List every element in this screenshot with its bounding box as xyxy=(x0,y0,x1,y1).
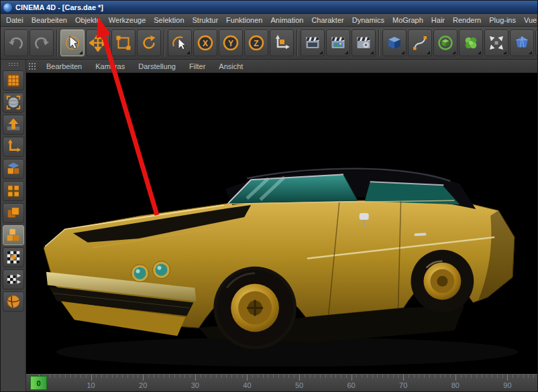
add-deformer-button[interactable] xyxy=(484,29,508,56)
texture-paint-mode-button[interactable] xyxy=(3,247,24,267)
x-axis-icon: X xyxy=(197,34,214,52)
texture-mode-button[interactable] xyxy=(3,115,24,135)
y-axis-icon: Y xyxy=(222,34,239,52)
polygons-mode-button[interactable] xyxy=(3,225,24,245)
add-scene-object-button[interactable] xyxy=(510,29,534,56)
gem-icon xyxy=(513,34,531,52)
render-view-button[interactable] xyxy=(301,29,325,56)
workplane-mode-button[interactable] xyxy=(3,159,24,179)
cube-icon xyxy=(386,34,403,52)
viewport-menu-bar: Bearbeiten Kameras Darstellung Filter An… xyxy=(26,60,537,73)
menu-item-werkzeuge[interactable]: Werkzeuge xyxy=(105,14,150,27)
toolbar-button-clipped[interactable] xyxy=(535,29,537,56)
object-axis-mode-button[interactable] xyxy=(3,137,24,157)
z-axis-icon: Z xyxy=(248,34,265,52)
crossed-arrows-icon xyxy=(488,34,505,52)
menu-item-hair[interactable]: Hair xyxy=(427,14,449,27)
add-generator-button[interactable] xyxy=(433,29,458,56)
points-mode-button[interactable] xyxy=(3,181,24,201)
viewport-grip-handle[interactable] xyxy=(28,62,37,70)
menu-item-objekte[interactable]: Objekte xyxy=(71,14,105,27)
add-spline-button[interactable] xyxy=(408,29,432,56)
current-frame-marker[interactable]: 0 xyxy=(30,376,47,390)
cinema4d-window: CINEMA 4D - [Cars.dae *] Datei Bearbeite… xyxy=(0,0,538,392)
axis-corner-icon xyxy=(5,139,21,155)
edit-render-settings-button[interactable] xyxy=(352,29,376,56)
generator-icon xyxy=(437,34,454,52)
toolbar-separator xyxy=(55,29,59,56)
viewport-menu-filter[interactable]: Filter xyxy=(182,62,212,70)
live-selection-button[interactable] xyxy=(60,29,85,56)
menu-item-selektion[interactable]: Selektion xyxy=(150,14,188,27)
viewport-menu-darstellung[interactable]: Darstellung xyxy=(131,62,182,70)
spline-icon xyxy=(411,34,429,52)
undo-button[interactable] xyxy=(4,29,28,56)
menu-item-charakter[interactable]: Charakter xyxy=(307,14,347,27)
lock-z-axis-button[interactable]: Z xyxy=(244,29,268,56)
title-bar: CINEMA 4D - [Cars.dae *] xyxy=(1,1,537,14)
menu-bar: Datei Bearbeiten Objekte Werkzeuge Selek… xyxy=(1,14,537,27)
rotate-tool-button[interactable] xyxy=(137,29,161,56)
menu-item-vue[interactable]: Vue xyxy=(520,14,537,27)
tool-cursor-icon xyxy=(171,34,189,52)
blocks-icon xyxy=(5,161,21,177)
lock-x-axis-button[interactable]: X xyxy=(193,29,217,56)
add-cube-button[interactable] xyxy=(382,29,407,56)
toolbar-separator xyxy=(162,29,166,56)
coordinate-axes-icon xyxy=(273,34,290,52)
svg-text:X: X xyxy=(203,39,208,48)
scale-tool-button[interactable] xyxy=(111,29,136,56)
coordinate-system-button[interactable] xyxy=(270,29,294,56)
rotate-icon xyxy=(140,34,158,52)
menu-item-datei[interactable]: Datei xyxy=(2,14,28,27)
timeline-ruler[interactable]: 0 10 20 30 40 50 60 70 80 90 xyxy=(26,374,537,391)
tick-label: 70 xyxy=(399,381,407,389)
window-title: CINEMA 4D - [Cars.dae *] xyxy=(15,3,103,11)
main-toolbar: X Y Z xyxy=(1,27,537,60)
overlap-squares-icon xyxy=(5,205,21,221)
svg-text:Z: Z xyxy=(254,39,258,48)
redo-button[interactable] xyxy=(30,29,54,56)
tick-label: 50 xyxy=(295,381,303,389)
viewport[interactable] xyxy=(26,73,537,374)
palette-grip-handle[interactable] xyxy=(8,62,19,66)
tick-label: 30 xyxy=(191,381,199,389)
car-render xyxy=(26,73,537,374)
tick-label: 90 xyxy=(503,381,511,389)
selection-cursor-icon xyxy=(64,34,81,52)
clapperboard-gear-icon xyxy=(355,34,372,52)
add-mograph-button[interactable] xyxy=(459,29,483,56)
make-editable-button[interactable] xyxy=(3,70,24,90)
menu-item-mograph[interactable]: MoGraph xyxy=(388,14,427,27)
move-tool-button[interactable] xyxy=(86,29,110,56)
toolbar-separator xyxy=(377,29,381,56)
tick-label: 40 xyxy=(243,381,251,389)
scale-icon xyxy=(115,34,132,52)
menu-item-bearbeiten[interactable]: Bearbeiten xyxy=(28,14,71,27)
toolbar-separator xyxy=(295,29,299,56)
menu-item-rendern[interactable]: Rendern xyxy=(449,14,485,27)
menu-item-animation[interactable]: Animation xyxy=(266,14,307,27)
menu-item-struktur[interactable]: Struktur xyxy=(189,14,223,27)
simulation-ball-button[interactable] xyxy=(3,291,24,312)
app-logo-icon xyxy=(3,3,12,12)
tick-label: 80 xyxy=(451,381,460,389)
arrow-up-plane-icon xyxy=(5,117,21,133)
model-mode-button[interactable] xyxy=(3,92,24,113)
edges-mode-button[interactable] xyxy=(3,203,24,223)
menu-item-dynamics[interactable]: Dynamics xyxy=(348,14,388,27)
current-frame-label: 0 xyxy=(36,379,40,387)
sphere-cluster-icon xyxy=(462,34,480,52)
menu-item-plugins[interactable]: Plug-ins xyxy=(485,14,520,27)
render-to-picture-viewer-button[interactable] xyxy=(326,29,350,56)
lock-y-axis-button[interactable]: Y xyxy=(219,29,243,56)
viewport-menu-bearbeiten[interactable]: Bearbeiten xyxy=(40,62,89,70)
waffle-grid-icon xyxy=(5,72,21,88)
viewport-menu-kameras[interactable]: Kameras xyxy=(89,62,131,70)
last-used-tool-button[interactable] xyxy=(168,29,192,56)
checker-arrows-icon xyxy=(5,271,21,287)
menu-item-funktionen[interactable]: Funktionen xyxy=(222,14,266,27)
uv-edit-mode-button[interactable] xyxy=(3,269,24,289)
redo-icon xyxy=(33,34,50,52)
viewport-menu-ansicht[interactable]: Ansicht xyxy=(212,62,250,70)
